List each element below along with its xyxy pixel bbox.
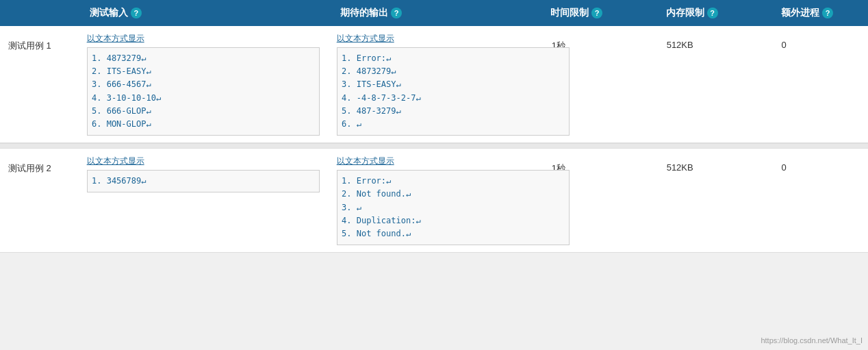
header-col5-label: 额外进程	[781, 7, 819, 19]
output-code-box[interactable]: Error:↵4873279↵ITS-EASY↵-4-8-7-3-2-7↵487…	[337, 47, 570, 136]
header-extra-process: 额外进程 ?	[773, 0, 868, 26]
main-table: 测试输入 ? 期待的输出 ? 时间限制 ? 内存限制 ? 额外进程 ? 测试用例…	[0, 0, 868, 350]
header-col1-label: 测试输入	[90, 7, 128, 19]
time-limit-help-icon[interactable]: ?	[591, 8, 602, 18]
list-item: 666-4567↵	[107, 78, 315, 91]
header-col3-label: 时间限制	[550, 7, 589, 19]
list-item: Not found.↵	[357, 188, 565, 201]
header-row: 测试输入 ? 期待的输出 ? 时间限制 ? 内存限制 ? 额外进程 ?	[0, 0, 868, 26]
extra-process-value: 0	[774, 33, 868, 57]
output-column: 以文本方式显示Error:↵Not found.↵↵Duplication:↵N…	[331, 155, 544, 245]
list-item: 4873279↵	[107, 52, 315, 65]
list-item: Error:↵	[357, 52, 565, 65]
input-column: 以文本方式显示3456789↵	[81, 155, 331, 192]
extra-process-help-icon[interactable]: ?	[822, 8, 833, 18]
list-item: -4-8-7-3-2-7↵	[357, 92, 565, 105]
list-item: MON-GLOP↵	[107, 118, 315, 131]
row-label: 测试用例 1	[0, 33, 81, 59]
input-code-box[interactable]: 3456789↵	[87, 170, 320, 192]
list-item: ↵	[357, 201, 565, 214]
input-column: 以文本方式显示4873279↵ITS-EASY↵666-4567↵3-10-10…	[81, 33, 331, 136]
input-code-box[interactable]: 4873279↵ITS-EASY↵666-4567↵3-10-10-10↵666…	[87, 47, 320, 136]
header-col4-label: 内存限制	[666, 7, 704, 19]
list-item: Error:↵	[357, 175, 565, 188]
display-text-input-link[interactable]: 以文本方式显示	[87, 33, 326, 45]
list-item: 3456789↵	[107, 175, 315, 188]
list-item: ↵	[357, 118, 565, 131]
extra-process-value: 0	[774, 155, 868, 179]
memory-limit-value: 512KB	[659, 33, 774, 57]
header-col2-label: 期待的输出	[340, 7, 388, 19]
list-item: Not found.↵	[357, 227, 565, 240]
table-row: 测试用例 2以文本方式显示3456789↵以文本方式显示Error:↵Not f…	[0, 149, 868, 253]
memory-limit-help-icon[interactable]: ?	[707, 8, 718, 18]
list-item: ITS-EASY↵	[357, 78, 565, 91]
list-item: 487-3279↵	[357, 105, 565, 118]
header-test-input: 测试输入 ?	[81, 0, 332, 26]
watermark: https://blog.csdn.net/What_It_I	[761, 336, 863, 345]
header-expected-output: 期待的输出 ?	[332, 0, 542, 26]
row-label: 测试用例 2	[0, 155, 81, 182]
expected-output-help-icon[interactable]: ?	[391, 8, 402, 18]
list-item: Duplication:↵	[357, 214, 565, 227]
list-item: 4873279↵	[357, 65, 565, 78]
header-time-limit: 时间限制 ?	[542, 0, 657, 26]
rows-container: 测试用例 1以文本方式显示4873279↵ITS-EASY↵666-4567↵3…	[0, 26, 868, 253]
output-column: 以文本方式显示Error:↵4873279↵ITS-EASY↵-4-8-7-3-…	[331, 33, 544, 136]
table-row: 测试用例 1以文本方式显示4873279↵ITS-EASY↵666-4567↵3…	[0, 26, 868, 143]
test-input-help-icon[interactable]: ?	[131, 8, 142, 18]
list-item: ITS-EASY↵	[107, 65, 315, 78]
list-item: 3-10-10-10↵	[107, 92, 315, 105]
display-text-output-link[interactable]: 以文本方式显示	[337, 33, 538, 45]
display-text-input-link[interactable]: 以文本方式显示	[87, 155, 326, 167]
output-code-box[interactable]: Error:↵Not found.↵↵Duplication:↵Not foun…	[337, 170, 570, 245]
list-item: 666-GLOP↵	[107, 105, 315, 118]
memory-limit-value: 512KB	[659, 155, 774, 179]
header-memory-limit: 内存限制 ?	[658, 0, 773, 26]
display-text-output-link[interactable]: 以文本方式显示	[337, 155, 538, 167]
